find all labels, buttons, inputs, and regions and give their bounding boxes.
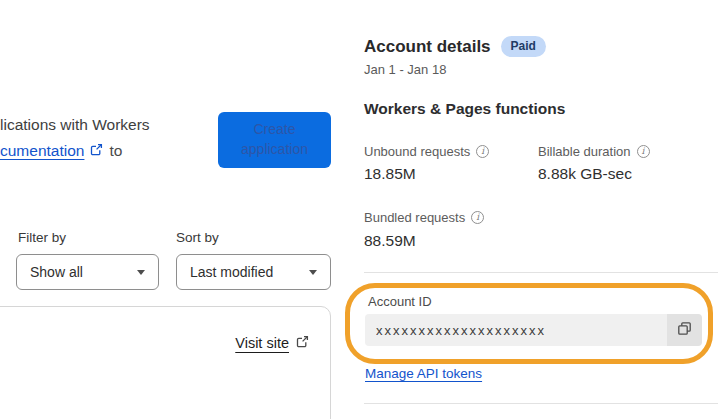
account-id-input[interactable]	[365, 314, 667, 346]
filter-by-label: Filter by	[18, 230, 66, 245]
bundled-requests-label: Bundled requests i	[364, 210, 484, 225]
filter-dropdown-value: Show all	[30, 264, 83, 280]
unbound-requests-label: Unbound requests i	[364, 144, 489, 159]
account-details-title: Account details	[364, 37, 491, 57]
unbound-requests-value: 18.85M	[364, 165, 416, 183]
external-link-icon	[90, 142, 103, 160]
info-icon[interactable]: i	[476, 145, 489, 158]
visit-site-link[interactable]: Visit site	[235, 335, 309, 351]
intro-text-line2: cumentation to	[0, 142, 122, 160]
sort-dropdown[interactable]: Last modified	[176, 254, 331, 290]
sort-by-label: Sort by	[176, 230, 219, 245]
paid-plan-badge: Paid	[501, 36, 546, 57]
account-id-field-group	[365, 314, 702, 346]
divider	[364, 403, 718, 404]
chevron-down-icon	[137, 270, 145, 275]
divider	[364, 272, 718, 273]
billable-duration-value: 8.88k GB-sec	[538, 165, 632, 183]
functions-section-heading: Workers & Pages functions	[364, 100, 565, 118]
copy-button[interactable]	[667, 314, 702, 346]
sort-dropdown-value: Last modified	[190, 264, 273, 280]
info-icon[interactable]: i	[471, 211, 484, 224]
date-range: Jan 1 - Jan 18	[364, 62, 446, 77]
billable-duration-label: Billable duration i	[538, 144, 650, 159]
manage-api-tokens-link[interactable]: Manage API tokens	[365, 366, 482, 381]
bundled-requests-value: 88.59M	[364, 232, 416, 250]
visit-site-label: Visit site	[235, 335, 289, 351]
external-link-icon	[296, 335, 309, 351]
documentation-link[interactable]: cumentation	[0, 142, 84, 160]
dashboard-screen: lications with Workers cumentation to Cr…	[0, 0, 718, 419]
chevron-down-icon	[309, 270, 317, 275]
create-application-button[interactable]: Create application	[218, 112, 331, 168]
intro-text-tail: to	[109, 142, 122, 160]
intro-text-line1: lications with Workers	[0, 116, 150, 134]
project-card: Visit site	[0, 306, 331, 419]
filter-dropdown[interactable]: Show all	[16, 254, 159, 290]
account-id-label: Account ID	[368, 294, 432, 309]
copy-icon	[677, 321, 692, 339]
info-icon[interactable]: i	[637, 145, 650, 158]
account-details-header: Account details Paid	[364, 36, 546, 57]
account-details-panel: Account details Paid Jan 1 - Jan 18 Work…	[364, 0, 718, 419]
